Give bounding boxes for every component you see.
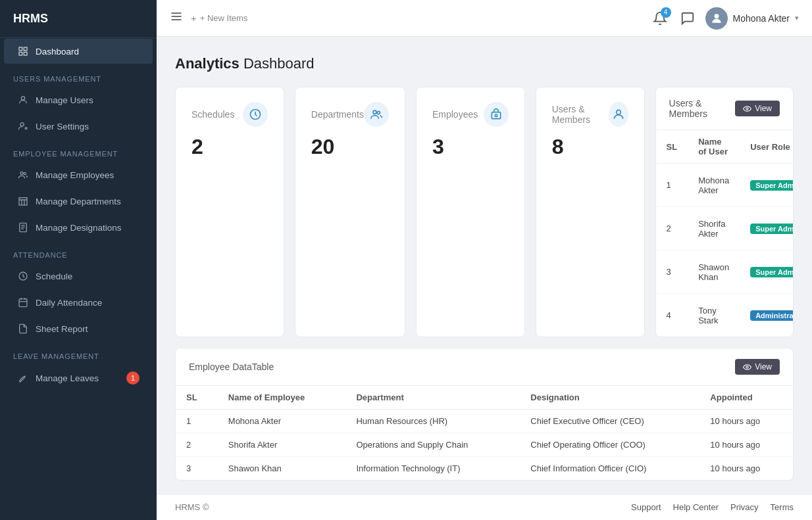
- cell-name: Shawon Khan: [688, 250, 740, 294]
- menu-icon[interactable]: [170, 10, 183, 26]
- sidebar-label-manage-employees: Manage Employees: [36, 170, 114, 180]
- emp-col-name: Name of Employee: [218, 386, 346, 410]
- messages-button[interactable]: [678, 9, 698, 28]
- footer-link-privacy[interactable]: Privacy: [730, 502, 759, 512]
- sidebar-label-schedule: Schedule: [36, 272, 72, 281]
- stat-card-employees: Employees 3: [416, 87, 525, 337]
- emp-cell-desig: Chief Operating Officer (COO): [520, 433, 699, 457]
- emp-col-dept: Department: [345, 386, 520, 410]
- brand-logo: HRMS: [0, 0, 157, 38]
- emp-cell-name: Mohona Akter: [218, 410, 346, 433]
- leave-badge: 1: [126, 371, 140, 385]
- svg-point-19: [377, 111, 380, 114]
- sidebar-label-sheet-report: Sheet Report: [36, 324, 88, 334]
- emp-cell-dept: Information Technology (IT): [345, 457, 520, 481]
- emp-cell-appointed: 10 hours ago: [699, 410, 793, 433]
- footer-copyright: HRMS ©: [175, 502, 209, 512]
- sidebar-item-dashboard[interactable]: Dashboard: [4, 39, 153, 64]
- users-members-card: Users & Members View SL Name of User Use…: [655, 87, 794, 337]
- emp-cell-appointed: 10 hours ago: [699, 433, 793, 457]
- emp-col-sl: SL: [176, 386, 218, 410]
- cell-name: Tony Stark: [688, 294, 740, 337]
- clock-icon: [17, 270, 29, 282]
- svg-rect-0: [19, 47, 22, 51]
- emp-cell-name: Shorifa Akter: [218, 433, 346, 457]
- svg-point-5: [20, 123, 24, 126]
- cell-sl: 1: [656, 164, 688, 207]
- stat-card-users-members: Users & Members 8: [536, 87, 645, 337]
- user-menu[interactable]: Mohona Akter ▾: [705, 7, 799, 30]
- user-cog-icon: [17, 120, 29, 132]
- svg-point-23: [746, 107, 748, 109]
- new-items-button[interactable]: + + New Items: [191, 12, 247, 24]
- svg-point-24: [746, 366, 748, 367]
- stat-icon-employees: [484, 102, 509, 127]
- svg-rect-12: [19, 299, 27, 307]
- section-label-emp-mgmt: Employee Management: [0, 139, 157, 162]
- svg-rect-9: [19, 198, 27, 205]
- cell-sl: 3: [656, 250, 688, 294]
- section-label-users-mgmt: Users Management: [0, 64, 157, 87]
- cell-sl: 2: [656, 207, 688, 250]
- table-row: 2 Shorifa Akter Super Admin 10 hours ago: [656, 207, 794, 250]
- cell-sl: 4: [656, 294, 688, 337]
- footer-link-terms[interactable]: Terms: [771, 502, 794, 512]
- cell-role: Administrator: [740, 294, 794, 337]
- avatar: [705, 7, 728, 30]
- sidebar-label-manage-leaves: Manage Leaves: [36, 373, 99, 383]
- sidebar-item-sheet-report[interactable]: Sheet Report: [4, 316, 153, 341]
- sidebar-item-manage-users[interactable]: Manage Users: [4, 87, 153, 112]
- users-members-view-button[interactable]: View: [735, 101, 780, 116]
- sidebar-label-user-settings: User Settings: [36, 122, 89, 131]
- sidebar-item-daily-attendance[interactable]: Daily Attendance: [4, 290, 153, 315]
- users-icon: [17, 169, 29, 181]
- sidebar-item-manage-designations[interactable]: Manage Designations: [4, 215, 153, 240]
- notification-button[interactable]: 4: [650, 9, 670, 28]
- footer-link-support[interactable]: Support: [631, 502, 661, 512]
- footer-link-help-center[interactable]: Help Center: [673, 502, 719, 512]
- cell-role: Super Admin: [740, 250, 794, 294]
- notification-count: 4: [661, 7, 671, 18]
- sidebar-item-manage-leaves[interactable]: Manage Leaves 1: [4, 365, 153, 391]
- users-members-table: SL Name of User User Role Date Joined 1 …: [656, 130, 794, 337]
- stat-card-departments: Departments 20: [295, 87, 405, 337]
- page-title: Analytics Dashboard: [175, 55, 794, 72]
- stat-value-departments: 20: [311, 135, 389, 159]
- stat-value-schedules: 2: [191, 135, 268, 159]
- stats-row: Schedules 2 Departments 20 Emp: [175, 87, 794, 337]
- chevron-down-icon: ▾: [795, 14, 799, 22]
- svg-point-21: [495, 114, 497, 116]
- svg-point-22: [617, 110, 621, 114]
- emp-cell-desig: Chief Executive Officer (CEO): [520, 410, 699, 433]
- user-icon: [17, 94, 29, 106]
- employee-datatable-title: Employee DataTable: [189, 362, 274, 372]
- footer: HRMS © Support Help Center Privacy Terms: [157, 494, 812, 520]
- emp-cell-sl: 2: [176, 433, 218, 457]
- stat-card-schedules: Schedules 2: [175, 87, 284, 337]
- sidebar-item-user-settings[interactable]: User Settings: [4, 114, 153, 139]
- stat-value-employees: 3: [432, 135, 509, 159]
- sidebar-label-manage-users: Manage Users: [36, 95, 93, 105]
- svg-point-8: [24, 172, 26, 174]
- user-name-label: Mohona Akter: [733, 13, 790, 24]
- svg-rect-1: [24, 47, 27, 51]
- table-row: 1 Mohona Akter Super Admin 10 hours ago: [656, 164, 794, 207]
- sidebar-label-manage-departments: Manage Departments: [36, 197, 121, 206]
- section-label-attendance: Attendance: [0, 241, 157, 263]
- employee-datatable-view-button[interactable]: View: [735, 359, 780, 375]
- section-label-leave-mgmt: Leave Management: [0, 342, 157, 364]
- sidebar-item-schedule[interactable]: Schedule: [4, 264, 153, 289]
- cell-name: Shorifa Akter: [688, 207, 740, 250]
- emp-cell-name: Shawon Khan: [218, 457, 346, 481]
- calendar-icon: [17, 296, 29, 308]
- page-content: Analytics Dashboard Schedules 2 Departme…: [157, 37, 812, 494]
- col-user-role: User Role: [740, 130, 794, 164]
- sidebar-item-manage-departments[interactable]: Manage Departments: [4, 189, 153, 214]
- sidebar-label-daily-attendance: Daily Attendance: [36, 298, 102, 308]
- svg-point-4: [21, 97, 24, 100]
- sidebar-item-manage-employees[interactable]: Manage Employees: [4, 162, 153, 187]
- svg-rect-2: [19, 52, 22, 55]
- employee-datatable-table: SL Name of Employee Department Designati…: [176, 386, 793, 480]
- building-icon: [17, 195, 29, 207]
- svg-rect-20: [492, 112, 500, 119]
